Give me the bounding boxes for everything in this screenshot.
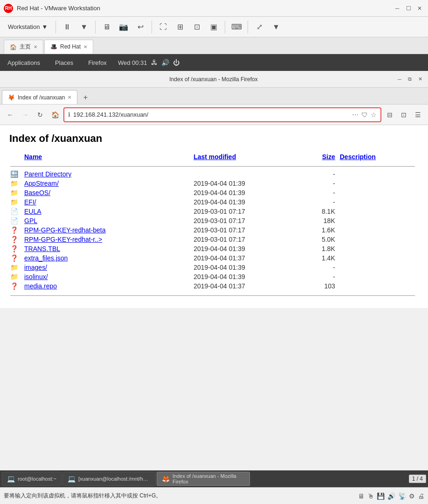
modified-cell: 2019-03-01 07:17	[193, 216, 303, 225]
file-link[interactable]: TRANS.TBL	[24, 245, 60, 252]
maximize-button[interactable]: ☐	[404, 4, 413, 13]
revert-button[interactable]: ↩	[133, 20, 148, 35]
back-button[interactable]: ←	[4, 108, 17, 121]
file-icon-cell: 🔙	[9, 169, 23, 179]
desc-cell	[339, 281, 419, 291]
taskbar-right: Wed 00:31 🖧 🔊 ⏻	[118, 59, 179, 66]
file-link[interactable]: EFI/	[24, 198, 36, 206]
vm-audio-icon[interactable]: 🔊	[387, 492, 395, 500]
unknown-icon: ❓	[10, 254, 18, 262]
address-text[interactable]: 192.168.241.132/xuanxuan/	[73, 111, 349, 118]
terminal-2-icon: 💻	[68, 475, 76, 483]
ff-tab-close[interactable]: ✕	[68, 95, 71, 100]
col-size-header[interactable]: Size	[303, 152, 338, 163]
ff-restore-button[interactable]: ⧉	[406, 75, 414, 84]
ff-close-button[interactable]: ✕	[416, 75, 424, 84]
file-link[interactable]: isolinux/	[24, 273, 48, 280]
taskbar-firefox[interactable]: 🦊 Index of /xuanxuan - Mozilla Firefox	[157, 472, 250, 486]
power-menu-button[interactable]: ▼	[76, 20, 91, 35]
file-icon-cell: ❓	[9, 244, 23, 253]
send-ctrlaltdel-button[interactable]: ⌨	[229, 20, 244, 35]
ff-tab-icon: 🦊	[8, 94, 15, 101]
bookmark-icon[interactable]: ☆	[371, 111, 377, 119]
firefox-menu[interactable]: Firefox	[84, 57, 110, 68]
desc-cell	[339, 169, 419, 179]
applications-menu[interactable]: Applications	[4, 57, 44, 68]
file-link[interactable]: AppStream/	[24, 180, 59, 187]
taskbar-terminal-1[interactable]: 💻 root@localhost:~	[2, 472, 62, 486]
fullscreen-button[interactable]: ⛶	[156, 20, 171, 35]
snapshot-button[interactable]: 📷	[116, 20, 131, 35]
file-link[interactable]: RPM-GPG-KEY-redhat-r..>	[24, 236, 102, 243]
col-modified-header[interactable]: Last modified	[193, 152, 303, 163]
workstation-menu-button[interactable]: Workstation ▼	[4, 20, 52, 35]
ff-tab-index[interactable]: 🦊 Index of /xuanxuan ✕	[2, 90, 77, 104]
menu-button[interactable]: ☰	[411, 108, 424, 121]
desc-cell	[339, 225, 419, 235]
table-row: ❓TRANS.TBL2019-04-04 01:391.8K	[9, 244, 419, 253]
unity-button[interactable]: ⊞	[173, 20, 187, 35]
ff-minimize-button[interactable]: ─	[395, 75, 404, 84]
vm-disk-icon[interactable]: 💾	[377, 492, 385, 500]
desc-sort-link[interactable]: Description	[340, 153, 376, 161]
dir-icon: 📁	[10, 273, 18, 280]
pause-button[interactable]: ⏸	[60, 20, 75, 35]
size-sort-link[interactable]: Size	[322, 153, 335, 161]
network-icon[interactable]: 🖧	[151, 59, 158, 66]
unknown-icon: ❓	[10, 282, 18, 290]
vm-printer-icon[interactable]: 🖨	[418, 492, 424, 500]
home-button[interactable]: 🏠	[48, 108, 62, 121]
file-icon-cell: 📁	[9, 272, 23, 281]
taskbar-terminal-2[interactable]: 💻 [xuanxuan@localhost:/mnt/hgfs/linu...	[62, 472, 156, 486]
close-button[interactable]: ✕	[415, 4, 424, 13]
minimize-button[interactable]: ─	[393, 4, 402, 13]
col-name-header[interactable]: Name	[23, 152, 193, 163]
vm-usb-icon[interactable]: 📡	[398, 492, 406, 500]
file-link[interactable]: Parent Directory	[24, 170, 71, 178]
fit-button-dropdown[interactable]: ▼	[269, 20, 283, 35]
file-link[interactable]: extra_files.json	[24, 254, 68, 262]
file-name-cell: EFI/	[23, 197, 193, 207]
file-link[interactable]: EULA	[24, 208, 41, 215]
places-menu[interactable]: Places	[51, 57, 77, 68]
view-button[interactable]: ⊡	[189, 20, 204, 35]
size-cell: -	[303, 197, 338, 207]
tab-redhat[interactable]: 🎩 Red Hat ✕	[44, 40, 93, 54]
sidebar-button[interactable]: ⊡	[397, 108, 410, 121]
file-link[interactable]: media.repo	[24, 282, 57, 290]
size-cell: 5.0K	[303, 235, 338, 244]
name-sort-link[interactable]: Name	[24, 153, 42, 161]
forward-button[interactable]: →	[19, 108, 32, 121]
vm-network-icon[interactable]: 🖱	[367, 492, 374, 500]
reload-button[interactable]: ↻	[34, 108, 47, 121]
table-row: 📁EFI/2019-04-04 01:39-	[9, 197, 419, 207]
file-link[interactable]: RPM-GPG-KEY-redhat-beta	[24, 226, 106, 234]
vmware-titlebar: RH Red Hat - VMware Workstation ─ ☐ ✕	[0, 0, 428, 17]
desc-cell	[339, 216, 419, 225]
file-link[interactable]: images/	[24, 264, 47, 271]
volume-icon[interactable]: 🔊	[161, 59, 169, 66]
fit-guest-button[interactable]: ⤢	[252, 20, 267, 35]
modified-sort-link[interactable]: Last modified	[193, 153, 236, 161]
tab-home-close[interactable]: ✕	[34, 44, 37, 49]
new-tab-button[interactable]: +	[78, 91, 92, 104]
vm-power-icon[interactable]: 🖥	[358, 492, 365, 500]
ff-tab-label: Index of /xuanxuan	[18, 94, 65, 101]
table-row: 📁images/2019-04-04 01:39-	[9, 263, 419, 272]
more-icon[interactable]: ⋯	[352, 111, 359, 119]
tab-home[interactable]: 🏠 主页 ✕	[4, 40, 43, 54]
library-button[interactable]: ⊟	[383, 108, 396, 121]
file-icon-cell: ❓	[9, 253, 23, 263]
vm-settings-button[interactable]: 🖥	[99, 20, 114, 35]
address-bar[interactable]: ℹ 192.168.241.132/xuanxuan/ ⋯ 🛡 ☆	[63, 107, 381, 122]
power-icon[interactable]: ⏻	[173, 59, 179, 66]
tab-redhat-close[interactable]: ✕	[83, 44, 87, 49]
toolbar-separator-3	[152, 21, 152, 34]
desc-cell	[339, 179, 419, 188]
file-link[interactable]: GPL	[24, 217, 37, 224]
file-link[interactable]: BaseOS/	[24, 189, 50, 196]
dropdown-arrow: ▼	[41, 23, 48, 30]
vm-settings-icon[interactable]: ⚙	[409, 492, 415, 500]
ff-toolbar-right: ⊟ ⊡ ☰	[383, 108, 424, 121]
console-button[interactable]: ▣	[206, 20, 221, 35]
